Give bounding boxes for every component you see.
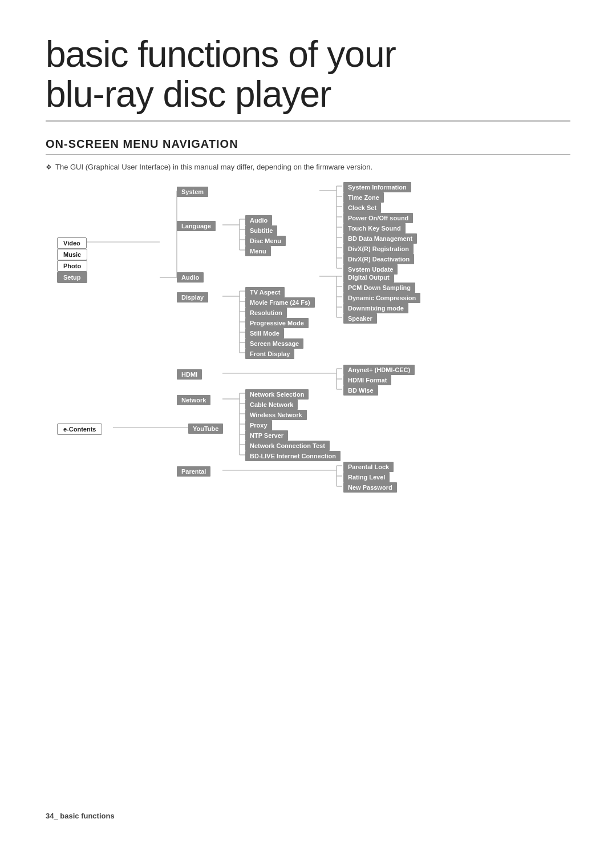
menu-discmenu: Disc Menu xyxy=(245,236,286,246)
menu-parental: Parental xyxy=(177,466,210,477)
menu-progressive: Progressive Mode xyxy=(245,318,309,328)
menu-movieframe: Movie Frame (24 Fs) xyxy=(245,297,315,308)
menu-parentallock: Parental Lock xyxy=(343,462,394,472)
menu-language: Language xyxy=(177,221,216,231)
section-title: ON-SCREEN MENU NAVIGATION xyxy=(46,138,570,155)
menu-display: Display xyxy=(177,292,208,302)
page-title: basic functions of your blu-ray disc pla… xyxy=(46,34,570,122)
menu-cable: Cable Network xyxy=(245,400,298,410)
menu-menu: Menu xyxy=(245,246,271,256)
menu-divxdeact: DivX(R) Deactivation xyxy=(343,254,414,264)
menu-diagram: Video Music Photo Setup System Language … xyxy=(46,185,570,505)
menu-subtitle: Subtitle xyxy=(245,225,277,236)
menu-clockset: Clock Set xyxy=(343,203,381,213)
intro-text: The GUI (Graphical User Interface) in th… xyxy=(46,163,570,171)
menu-speaker: Speaker xyxy=(343,313,377,324)
menu-screenmsg: Screen Message xyxy=(245,338,303,349)
menu-pcmdown: PCM Down Sampling xyxy=(343,283,415,293)
menu-item-setup: Setup xyxy=(57,272,87,283)
menu-system: System xyxy=(177,187,208,197)
menu-downmix: Downmixing mode xyxy=(343,303,408,313)
menu-ntpserver: NTP Server xyxy=(245,430,288,441)
menu-youtube: YouTube xyxy=(188,423,223,434)
menu-dyncomp: Dynamic Compression xyxy=(343,293,420,303)
menu-touchkey: Touch Key Sound xyxy=(343,223,406,233)
menu-network: Network xyxy=(177,395,210,405)
menu-proxy: Proxy xyxy=(245,420,272,430)
menu-digitalout: Digital Output xyxy=(343,272,394,283)
menu-ratinglevel: Rating Level xyxy=(343,472,390,482)
menu-stillmode: Still Mode xyxy=(245,328,284,338)
menu-audio: Audio xyxy=(177,272,204,283)
menu-resolution: Resolution xyxy=(245,308,287,318)
menu-item-music: Music xyxy=(57,249,87,260)
menu-bddata: BD Data Management xyxy=(343,233,417,244)
menu-item-photo: Photo xyxy=(57,260,87,272)
menu-item-video: Video xyxy=(57,237,87,249)
menu-frontdisp: Front Display xyxy=(245,349,294,359)
menu-wireless: Wireless Network xyxy=(245,410,307,420)
menu-poweronoff: Power On/Off sound xyxy=(343,213,413,223)
menu-divxreg: DivX(R) Registration xyxy=(343,244,414,254)
menu-hdmiformat: HDMI Format xyxy=(343,375,391,385)
page: basic functions of your blu-ray disc pla… xyxy=(0,0,616,539)
menu-tvaspect: TV Aspect xyxy=(245,287,285,297)
menu-netselect: Network Selection xyxy=(245,389,309,400)
menu-bdwise: BD Wise xyxy=(343,385,378,396)
menu-anynet: Anynet+ (HDMI-CEC) xyxy=(343,365,415,375)
menu-econtents: e-Contents xyxy=(57,423,102,435)
menu-sysinfo: System Information xyxy=(343,182,411,192)
footer: 34_ basic functions xyxy=(46,812,115,820)
menu-nettest: Network Connection Test xyxy=(245,441,330,451)
menu-newpass: New Password xyxy=(343,482,397,493)
menu-timezone: Time Zone xyxy=(343,192,384,203)
menu-hdmi: HDMI xyxy=(177,369,202,380)
menu-audio-sub: Audio xyxy=(245,215,272,225)
menu-bdlive: BD-LIVE Internet Connection xyxy=(245,451,341,461)
